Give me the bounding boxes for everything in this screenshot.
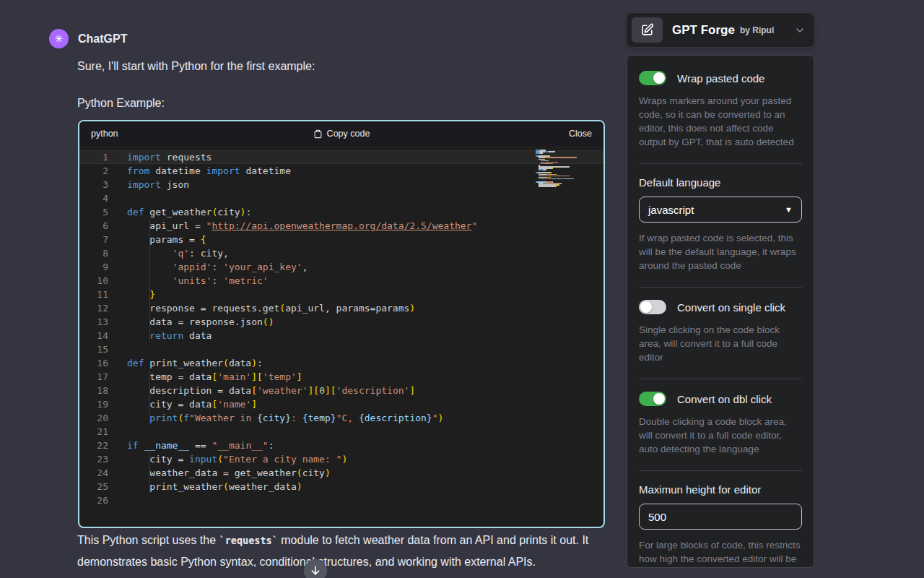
clipboard-icon xyxy=(313,129,323,139)
minimap-row xyxy=(536,187,578,189)
extension-header[interactable]: GPT Forge by Ripul xyxy=(627,13,814,47)
code-line-content: response = requests.get(api_url, params=… xyxy=(127,301,415,315)
copy-code-button[interactable]: Copy code xyxy=(235,129,448,139)
convert-on-single-click-toggle[interactable] xyxy=(639,300,666,314)
setting-section-default-language: Default languagejavascript▼If wrap paste… xyxy=(639,163,802,287)
indent-guide xyxy=(149,288,150,301)
code-line[interactable]: 24 weather_data = get_weather(city) xyxy=(79,466,603,480)
line-number: 2 xyxy=(79,164,108,178)
setting-section-wrap-pasted-code: Wrap pasted codeWraps markers around you… xyxy=(639,59,802,163)
code-line[interactable]: 17 temp = data['main']['temp'] xyxy=(79,370,603,384)
indent-guide xyxy=(149,466,150,480)
toggle-knob xyxy=(653,393,665,405)
maximun-height-for-editor-input[interactable] xyxy=(639,504,802,530)
indent-guide xyxy=(149,315,150,329)
line-number: 24 xyxy=(79,466,108,480)
code-line-content: data = response.json() xyxy=(127,315,274,329)
extension-title: GPT Forge xyxy=(672,23,735,38)
line-number: 18 xyxy=(79,384,108,397)
scroll-to-bottom-button[interactable] xyxy=(304,559,327,578)
code-line-content: from datetime import datetime xyxy=(127,164,291,178)
code-line-content: city = input("Enter a city name: ") xyxy=(127,452,347,466)
code-line[interactable]: 19 city = data['name'] xyxy=(79,397,603,411)
code-line[interactable]: 7 params = { xyxy=(79,233,603,246)
close-button[interactable]: Close xyxy=(448,129,592,139)
convert-on-dbl-click-toggle[interactable] xyxy=(639,392,666,406)
code-line[interactable]: 16def print_weather(data): xyxy=(79,356,603,370)
selected-value: javascript xyxy=(648,204,694,216)
code-line-content: description = data['weather'][0]['descri… xyxy=(127,384,415,397)
message-outro-text: This Python script uses the `requests` m… xyxy=(77,530,606,572)
message-intro-text: Sure, I'll start with Python for the fir… xyxy=(77,58,612,75)
code-line[interactable]: 23 city = input("Enter a city name: ") xyxy=(79,452,603,466)
indent-guide xyxy=(149,233,150,246)
code-line[interactable]: 6 api_url = "http://api.openweathermap.o… xyxy=(79,219,603,233)
code-line-content: if __name__ == "__main__": xyxy=(127,439,274,452)
setting-description: Wraps markers around your pasted code, s… xyxy=(639,94,802,149)
extension-icon-tile xyxy=(632,17,663,43)
code-line-content: 'appid': 'your_api_key', xyxy=(127,260,308,274)
code-line[interactable]: 21 xyxy=(79,425,603,439)
indent-guide xyxy=(149,219,150,233)
default-language-select[interactable]: javascript▼ xyxy=(639,197,802,223)
code-line[interactable]: 25 print_weather(weather_data) xyxy=(79,480,603,493)
copy-code-label: Copy code xyxy=(327,129,370,139)
line-number: 9 xyxy=(79,260,108,274)
setting-section-convert-on-single-click: Convert on single clickSingle clicking o… xyxy=(639,287,802,379)
code-line[interactable]: 2from datetime import datetime xyxy=(79,164,603,178)
toggle-knob xyxy=(640,301,652,313)
code-line-content: def print_weather(data): xyxy=(127,356,263,370)
minimap-row xyxy=(536,178,578,180)
convert-on-dbl-click-label: Convert on dbl click xyxy=(677,393,772,405)
code-line[interactable]: 22if __name__ == "__main__": xyxy=(79,439,603,452)
code-line[interactable]: 4 xyxy=(79,191,603,205)
line-number: 4 xyxy=(79,191,108,205)
maximun-height-for-editor-label: Maximun height for editor xyxy=(639,483,802,496)
code-line-content: return data xyxy=(127,329,212,342)
setting-description: For large blocks of code, this restricts… xyxy=(639,538,802,566)
code-line[interactable]: 14 return data xyxy=(79,329,603,342)
code-line[interactable]: 9 'appid': 'your_api_key', xyxy=(79,260,603,274)
code-line[interactable]: 8 'q': city, xyxy=(79,246,603,260)
code-line[interactable]: 15 xyxy=(79,342,603,356)
code-line[interactable]: 12 response = requests.get(api_url, para… xyxy=(79,301,603,315)
code-line[interactable]: 3import json xyxy=(79,178,603,191)
code-line[interactable]: 13 data = response.json() xyxy=(79,315,603,329)
line-number: 14 xyxy=(79,329,108,342)
code-line[interactable]: 26 xyxy=(79,493,603,507)
code-line[interactable]: 11 } xyxy=(79,288,603,301)
chat-message: ✳ ChatGPT Sure, I'll start with Python f… xyxy=(49,29,612,112)
setting-description: Double clicking a code block area, will … xyxy=(639,415,802,456)
line-number: 21 xyxy=(79,425,108,439)
code-editor-area[interactable]: 1import requests2from datetime import da… xyxy=(79,146,603,527)
toggle-knob xyxy=(653,72,665,84)
line-number: 22 xyxy=(79,439,108,452)
line-number: 7 xyxy=(79,233,108,246)
code-line-content: def get_weather(city): xyxy=(127,205,251,219)
convert-on-single-click-label: Convert on single click xyxy=(677,301,785,314)
code-line[interactable]: 5def get_weather(city): xyxy=(79,205,603,219)
select-caret-icon: ▼ xyxy=(785,205,793,214)
setting-section-convert-on-dbl-click: Convert on dbl clickDouble clicking a co… xyxy=(639,379,802,470)
line-number: 10 xyxy=(79,274,108,288)
code-line-content: 'units': 'metric' xyxy=(127,274,269,288)
chevron-down-icon[interactable] xyxy=(794,25,806,36)
line-number: 5 xyxy=(79,205,108,219)
editor-minimap[interactable] xyxy=(536,150,578,189)
indent-guide xyxy=(149,329,150,342)
code-line[interactable]: 20 print(f"Weather in {city}: {temp}°C, … xyxy=(79,411,603,425)
arrow-down-icon xyxy=(310,565,321,577)
code-line-content: print_weather(weather_data) xyxy=(127,480,302,493)
line-number: 20 xyxy=(79,411,108,425)
code-line[interactable]: 10 'units': 'metric' xyxy=(79,274,603,288)
line-number: 8 xyxy=(79,246,108,260)
code-line[interactable]: 18 description = data['weather'][0]['des… xyxy=(79,384,603,397)
code-line[interactable]: 1import requests xyxy=(79,150,603,164)
line-number: 16 xyxy=(79,356,108,370)
setting-description: Single clicking on the code block area, … xyxy=(639,323,802,364)
extension-settings-panel: Wrap pasted codeWraps markers around you… xyxy=(627,55,814,568)
code-line-content: print(f"Weather in {city}: {temp}°C, {de… xyxy=(127,411,443,425)
code-block[interactable]: python Copy code Close 1import requests2… xyxy=(78,120,605,528)
code-block-header: python Copy code Close xyxy=(79,121,603,146)
wrap-pasted-code-toggle[interactable] xyxy=(639,71,666,85)
